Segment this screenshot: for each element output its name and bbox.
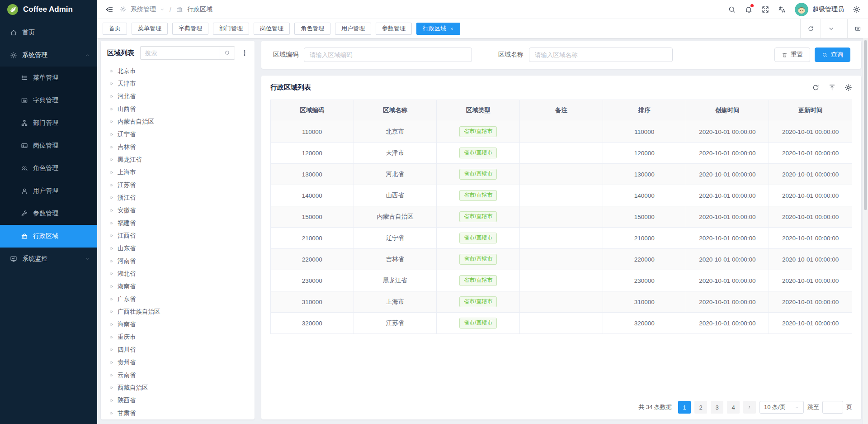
tab[interactable]: 角色管理 [294, 23, 330, 35]
caret-right-icon[interactable] [109, 373, 114, 377]
page-button[interactable]: 2 [694, 401, 707, 414]
next-page-button[interactable] [743, 401, 756, 414]
tree-item[interactable]: 重庆市 [107, 331, 248, 343]
caret-right-icon[interactable] [109, 221, 114, 225]
sidebar-item-post-management[interactable]: 岗位管理 [0, 134, 97, 157]
tabs-refresh-button[interactable] [800, 19, 821, 38]
caret-right-icon[interactable] [109, 272, 114, 276]
caret-right-icon[interactable] [109, 411, 114, 415]
tree-item[interactable]: 四川省 [107, 343, 248, 356]
tree-item[interactable]: 山西省 [107, 103, 248, 115]
table-row[interactable]: 320000 江苏省 省市/直辖市 320000 2020-10-01 00:0… [271, 313, 852, 334]
sidebar-item-role-management[interactable]: 角色管理 [0, 157, 97, 180]
tree-item[interactable]: 云南省 [107, 369, 248, 381]
caret-right-icon[interactable] [109, 81, 114, 86]
page-size-select[interactable]: 10 条/页 [760, 401, 804, 414]
tree-search-button[interactable] [220, 46, 235, 60]
tree-more-button[interactable] [241, 49, 248, 57]
sidebar-item-param-management[interactable]: 参数管理 [0, 202, 97, 225]
table-row[interactable]: 150000 内蒙古自治区 省市/直辖市 150000 2020-10-01 0… [271, 206, 852, 228]
tree-item[interactable]: 上海市 [107, 166, 248, 179]
caret-right-icon[interactable] [109, 195, 114, 200]
breadcrumb-section[interactable]: 系统管理 [131, 5, 156, 14]
scrollbar-thumb[interactable] [864, 40, 867, 210]
settings-gear-icon[interactable] [853, 5, 861, 14]
tab[interactable]: 岗位管理 [254, 23, 290, 35]
caret-right-icon[interactable] [109, 233, 114, 238]
caret-right-icon[interactable] [109, 170, 114, 175]
tree-item[interactable]: 黑龙江省 [107, 153, 248, 166]
tree-item[interactable]: 湖南省 [107, 280, 248, 293]
region-name-input[interactable] [529, 48, 673, 62]
tab[interactable]: 部门管理 [213, 23, 249, 35]
tabs-dropdown-button[interactable] [821, 19, 841, 38]
table-row[interactable]: 140000 山西省 省市/直辖市 140000 2020-10-01 00:0… [271, 185, 852, 206]
app-logo[interactable]: Coffee Admin [0, 0, 97, 19]
region-code-input[interactable] [304, 48, 472, 62]
sidebar-collapse-button[interactable] [105, 5, 113, 14]
caret-right-icon[interactable] [109, 246, 114, 251]
content-fullscreen-button[interactable] [847, 19, 868, 38]
tree-item[interactable]: 广西壮族自治区 [107, 305, 248, 318]
tab[interactable]: 首页 [103, 23, 127, 35]
column-settings-gear-icon[interactable] [844, 84, 852, 91]
page-button[interactable]: 4 [727, 401, 740, 414]
caret-right-icon[interactable] [109, 69, 114, 73]
tree-item[interactable]: 海南省 [107, 318, 248, 331]
caret-right-icon[interactable] [109, 132, 114, 137]
tree-item[interactable]: 河北省 [107, 90, 248, 103]
tab[interactable]: 参数管理 [376, 23, 412, 35]
tree-item[interactable]: 贵州省 [107, 356, 248, 369]
reset-button[interactable]: 重置 [774, 48, 810, 62]
caret-right-icon[interactable] [109, 348, 114, 352]
tab[interactable]: 菜单管理 [132, 23, 168, 35]
tab-close-icon[interactable] [450, 27, 454, 31]
sidebar-item-menu-management[interactable]: 菜单管理 [0, 67, 97, 89]
caret-right-icon[interactable] [109, 360, 114, 365]
caret-right-icon[interactable] [109, 157, 114, 162]
tree-item[interactable]: 浙江省 [107, 191, 248, 204]
tree-item[interactable]: 西藏自治区 [107, 381, 248, 394]
page-jump-input[interactable] [822, 401, 843, 414]
sidebar-item-user-management[interactable]: 用户管理 [0, 180, 97, 202]
caret-right-icon[interactable] [109, 310, 114, 314]
tree-item[interactable]: 福建省 [107, 217, 248, 229]
sidebar-item-dept-management[interactable]: 部门管理 [0, 112, 97, 134]
tree-item[interactable]: 陕西省 [107, 394, 248, 407]
tree-item[interactable]: 辽宁省 [107, 128, 248, 141]
caret-right-icon[interactable] [109, 145, 114, 149]
table-row[interactable]: 210000 辽宁省 省市/直辖市 210000 2020-10-01 00:0… [271, 228, 852, 249]
table-row[interactable]: 110000 北京市 省市/直辖市 110000 2020-10-01 00:0… [271, 121, 852, 143]
translate-icon[interactable] [778, 5, 786, 14]
sidebar-item-admin-region[interactable]: 行政区域 [0, 225, 97, 248]
tree-item[interactable]: 广东省 [107, 293, 248, 305]
tree-item[interactable]: 江西省 [107, 229, 248, 242]
tree-item[interactable]: 天津市 [107, 77, 248, 90]
tree-item[interactable]: 山东省 [107, 242, 248, 255]
tab[interactable]: 字典管理 [172, 23, 208, 35]
tree-item[interactable]: 河南省 [107, 255, 248, 267]
notifications-button[interactable] [745, 5, 753, 14]
caret-right-icon[interactable] [109, 335, 114, 339]
row-density-icon[interactable] [828, 84, 836, 91]
caret-right-icon[interactable] [109, 208, 114, 213]
sidebar-item-dict-management[interactable]: 字典管理 [0, 89, 97, 112]
page-button[interactable]: 3 [711, 401, 723, 414]
table-row[interactable]: 120000 天津市 省市/直辖市 120000 2020-10-01 00:0… [271, 143, 852, 164]
query-button[interactable]: 查询 [815, 48, 850, 62]
caret-right-icon[interactable] [109, 386, 114, 390]
sidebar-item-system-management[interactable]: 系统管理 [0, 44, 97, 67]
caret-right-icon[interactable] [109, 119, 114, 124]
window-scrollbar[interactable] [863, 38, 868, 424]
sidebar-item-system-monitor[interactable]: 系统监控 [0, 248, 97, 270]
search-icon[interactable] [728, 5, 736, 14]
table-row[interactable]: 230000 黑龙江省 省市/直辖市 230000 2020-10-01 00:… [271, 270, 852, 291]
tree-item[interactable]: 内蒙古自治区 [107, 115, 248, 128]
caret-right-icon[interactable] [109, 297, 114, 301]
caret-right-icon[interactable] [109, 183, 114, 187]
caret-right-icon[interactable] [109, 107, 114, 111]
sidebar-item-home[interactable]: 首页 [0, 21, 97, 44]
caret-right-icon[interactable] [109, 398, 114, 403]
fullscreen-icon[interactable] [761, 5, 769, 14]
table-row[interactable]: 310000 上海市 省市/直辖市 310000 2020-10-01 00:0… [271, 291, 852, 313]
